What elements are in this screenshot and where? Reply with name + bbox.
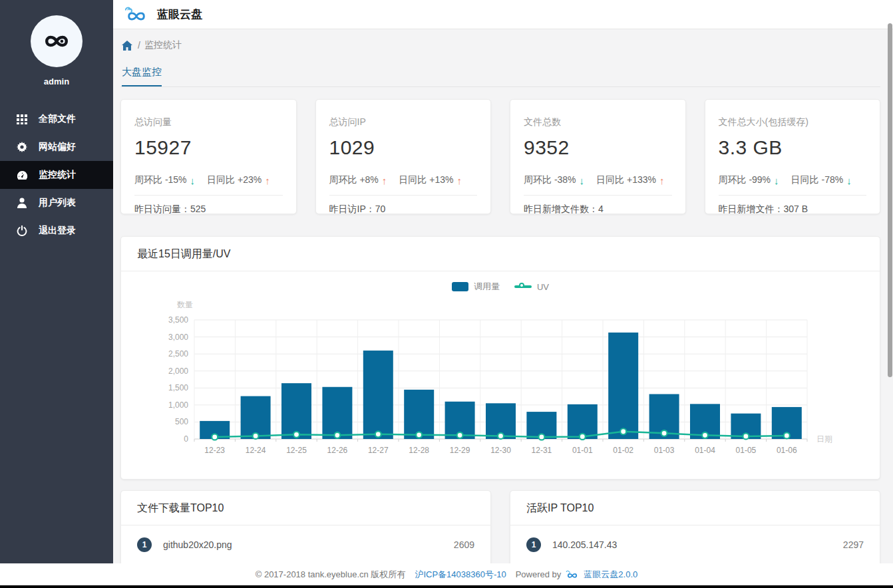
svg-text:01-04: 01-04	[695, 446, 715, 455]
page-scrollbar-thumb[interactable]	[888, 23, 892, 377]
sidebar-item-monitor[interactable]: 监控统计	[0, 161, 113, 189]
brand-logo-icon	[122, 5, 150, 25]
tab-dashboard-monitor[interactable]: 大盘监控	[122, 66, 162, 86]
sidebar-item-logout[interactable]: 退出登录	[0, 217, 113, 245]
sidebar-item-users[interactable]: 用户列表	[0, 189, 113, 217]
sidebar-item-label: 退出登录	[39, 225, 76, 237]
powered-by: Powered by 蓝眼云盘2.0.0	[516, 569, 638, 581]
svg-text:0: 0	[184, 434, 188, 444]
username: admin	[0, 76, 113, 86]
user-icon	[16, 197, 28, 209]
stat-footer: 昨日新增文件：307 B	[719, 204, 867, 216]
legend-item-calls[interactable]: 调用量	[452, 281, 500, 293]
day-trend: 日同比 -78%↓	[791, 174, 852, 186]
divider	[134, 195, 283, 196]
list-item: 1 github20x20.png 2609	[121, 525, 490, 564]
svg-text:1,000: 1,000	[168, 400, 188, 410]
chart-legend: 调用量 UV	[121, 281, 880, 293]
svg-text:12-26: 12-26	[327, 446, 348, 455]
power-icon	[16, 225, 28, 237]
main-content: / 监控统计 大盘监控 总访问量 15927 周环比 -15%↓ 日同比 +23…	[113, 29, 893, 588]
day-trend: 日同比 +23%↑	[207, 174, 270, 186]
svg-text:1,500: 1,500	[168, 383, 188, 392]
sidebar-item-label: 用户列表	[39, 197, 76, 209]
day-trend: 日同比 +13%↑	[399, 174, 462, 186]
sidebar-item-label: 全部文件	[39, 113, 76, 125]
bar-line-chart[interactable]: 05001,0001,5002,0002,5003,0003,50012-231…	[121, 271, 881, 468]
svg-text:01-06: 01-06	[777, 446, 797, 455]
svg-text:01-03: 01-03	[654, 446, 675, 455]
avatar[interactable]	[31, 15, 83, 67]
app-title: 蓝眼云盘	[157, 7, 202, 22]
breadcrumb: / 监控统计	[120, 39, 880, 51]
uv-chart-card: 最近15日调用量/UV 调用量 UV 05001,0001,5002,0002,…	[120, 236, 880, 480]
svg-text:12-24: 12-24	[246, 446, 266, 455]
trend-arrow-icon: ↑	[265, 175, 270, 186]
sidebar-menu: 全部文件 网站偏好 监控统计	[0, 105, 113, 245]
header: 蓝眼云盘	[113, 0, 893, 29]
stat-cards-row: 总访问量 15927 周环比 -15%↓ 日同比 +23%↑ 昨日访问量：525…	[120, 99, 880, 214]
trend-arrow-icon: ↓	[190, 175, 196, 186]
stat-footer: 昨日访IP：70	[329, 204, 478, 216]
svg-text:01-02: 01-02	[613, 446, 633, 455]
downloads-top10-card: 文件下载量TOP10 1 github20x20.png 2609	[120, 490, 491, 570]
stat-card-total-ips: 总访问IP 1029 周环比 +8%↑ 日同比 +13%↑ 昨日访IP：70	[315, 99, 492, 214]
svg-text:01-01: 01-01	[572, 446, 593, 455]
svg-text:12-31: 12-31	[532, 446, 552, 455]
week-trend: 周环比 -99%↓	[719, 174, 779, 186]
stat-value: 3.3 GB	[719, 136, 867, 159]
icp-link[interactable]: 沪ICP备14038360号-10	[415, 569, 506, 581]
svg-text:2,500: 2,500	[168, 349, 188, 359]
sidebar-item-preferences[interactable]: 网站偏好	[0, 133, 113, 161]
infinity-logo-icon	[38, 29, 75, 54]
top-lists-row: 文件下载量TOP10 1 github20x20.png 2609 活跃IP T…	[120, 490, 880, 570]
list-title: 文件下载量TOP10	[121, 491, 490, 525]
week-trend: 周环比 +8%↑	[329, 174, 387, 186]
svg-text:数量: 数量	[177, 300, 193, 309]
breadcrumb-separator: /	[138, 40, 140, 51]
stat-card-total-visits: 总访问量 15927 周环比 -15%↓ 日同比 +23%↑ 昨日访问量：525	[120, 99, 297, 214]
stat-value: 15927	[134, 136, 283, 159]
brand-version-link[interactable]: 蓝眼云盘2.0.0	[584, 569, 637, 581]
file-name: github20x20.png	[163, 539, 232, 550]
week-trend: 周环比 -38%↓	[524, 174, 584, 186]
stat-label: 总访问IP	[329, 116, 478, 128]
legend-item-uv[interactable]: UV	[514, 282, 549, 292]
bar-series-swatch	[452, 282, 468, 291]
divider	[329, 195, 478, 196]
svg-text:3,000: 3,000	[168, 333, 188, 342]
active-ip-top10-card: 活跃IP TOP10 1 140.205.147.43 2297	[510, 490, 880, 570]
chart-body: 调用量 UV 05001,0001,5002,0002,5003,0003,50…	[121, 271, 880, 479]
trend-arrow-icon: ↑	[659, 175, 665, 186]
line-series-swatch	[514, 285, 532, 288]
visit-count: 2297	[843, 539, 864, 550]
home-icon[interactable]	[122, 41, 132, 51]
svg-text:12-23: 12-23	[204, 446, 225, 455]
trend-arrow-icon: ↓	[580, 175, 585, 186]
rank-badge: 1	[526, 537, 541, 552]
stat-footer: 昨日新增文件数：4	[524, 204, 672, 216]
sidebar: admin 全部文件 网站偏好	[0, 0, 113, 585]
svg-text:01-05: 01-05	[736, 446, 757, 455]
trend-arrow-icon: ↑	[456, 175, 462, 186]
stat-value: 9352	[524, 136, 672, 159]
download-count: 2609	[454, 539, 474, 550]
stat-label: 总访问量	[134, 116, 283, 128]
divider	[524, 195, 672, 196]
gear-icon	[16, 141, 28, 153]
stat-footer: 昨日访问量：525	[134, 204, 283, 216]
svg-text:12-27: 12-27	[368, 446, 389, 455]
gauge-icon	[16, 169, 28, 181]
svg-text:12-30: 12-30	[490, 446, 511, 455]
svg-text:12-29: 12-29	[450, 446, 470, 455]
svg-text:3,500: 3,500	[168, 315, 188, 325]
week-trend: 周环比 -15%↓	[134, 174, 195, 186]
trend-arrow-icon: ↓	[846, 175, 852, 186]
tabs-bar: 大盘监控	[120, 66, 880, 87]
svg-text:500: 500	[175, 417, 188, 426]
sidebar-item-label: 监控统计	[39, 169, 76, 181]
svg-text:12-28: 12-28	[409, 446, 429, 455]
sidebar-item-all-files[interactable]: 全部文件	[0, 105, 113, 133]
svg-text:2,000: 2,000	[168, 367, 188, 376]
svg-text:12-25: 12-25	[286, 446, 307, 455]
